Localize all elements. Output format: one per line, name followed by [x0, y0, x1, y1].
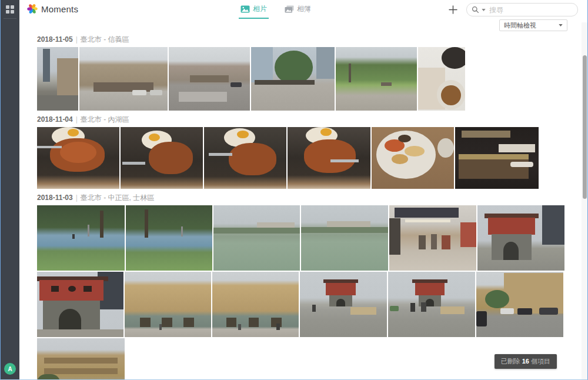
toast-count: 16: [522, 358, 529, 365]
photo-thumbnail-gate-plaza-2[interactable]: [388, 272, 475, 337]
photo-shape: [488, 218, 535, 235]
group-location: 臺北市 - 中正區, 士林區: [81, 194, 154, 202]
photo-shape: [312, 305, 316, 312]
tab-photos[interactable]: 相片: [239, 0, 269, 19]
search-icon[interactable]: [472, 6, 479, 14]
toast-prefix: 已刪除: [501, 358, 520, 365]
photo-shape: [237, 131, 249, 138]
photo-shape: [60, 142, 96, 163]
photo-shape: [503, 242, 518, 260]
photo-shape: [419, 235, 426, 249]
photo-thumbnail-sizzling-steak-1[interactable]: [37, 127, 119, 189]
photo-shape: [140, 318, 151, 328]
photo-thumbnail-riverside-2[interactable]: [301, 205, 388, 271]
photo-shape: [440, 306, 465, 314]
search-box: [466, 3, 578, 16]
photo-shape: [183, 318, 194, 328]
photo-thumbnail-old-post-office-1[interactable]: [125, 272, 211, 337]
app-header: Moments 相片相簿: [19, 0, 587, 19]
group-separator: |: [76, 115, 78, 124]
photo-thumbnail-street-cars[interactable]: [476, 272, 563, 337]
photo-row: [37, 47, 587, 111]
photo-shape: [392, 154, 408, 164]
caret-down-icon[interactable]: [482, 9, 486, 11]
photo-shape: [405, 219, 450, 222]
photo-icon: [240, 5, 250, 13]
photo-thumbnail-basketball-court-2[interactable]: [126, 205, 212, 271]
photo-shape: [389, 218, 400, 255]
photo-thumbnail-buffet-counter[interactable]: [455, 127, 539, 189]
photo-shape: [395, 208, 459, 218]
photo-shape: [44, 368, 118, 374]
photo-shape: [57, 58, 78, 95]
photo-thumbnail-sizzling-steak-3[interactable]: [204, 127, 286, 189]
photo-shape: [149, 142, 193, 174]
photo-shape: [442, 47, 465, 69]
header-actions: [447, 3, 578, 16]
photo-thumbnail-buffet-plate[interactable]: [372, 127, 454, 189]
photo-thumbnail-historic-building-partial[interactable]: [37, 338, 125, 379]
photo-shape: [43, 49, 51, 82]
photo-shape: [83, 286, 91, 292]
albums-icon: [285, 5, 294, 13]
photo-shape: [330, 159, 359, 162]
photo-thumbnail-riverside-1[interactable]: [213, 205, 300, 271]
photo-shape: [336, 299, 345, 306]
photo-shape: [229, 143, 276, 175]
photo-shape: [499, 144, 535, 152]
photo-shape: [122, 162, 145, 165]
photo-shape: [442, 235, 450, 249]
photo-shape: [381, 82, 392, 85]
photo-thumbnail-plaza-trees[interactable]: [251, 47, 335, 111]
photo-thumbnail-gate-plaza-1[interactable]: [300, 272, 387, 337]
photo-shape: [510, 162, 534, 167]
photo-shape: [238, 324, 240, 330]
photo-shape: [415, 283, 445, 295]
group-location: 臺北市 - 信義區: [81, 35, 129, 44]
photo-shape: [405, 146, 425, 157]
photo-thumbnail-old-post-office-2[interactable]: [212, 272, 299, 337]
photo-shape: [226, 318, 237, 328]
photo-shape: [316, 47, 335, 79]
photo-thumbnail-tea-and-menu[interactable]: [418, 47, 465, 111]
photo-thumbnail-museum-facade[interactable]: [79, 47, 168, 111]
photo-shape: [88, 225, 89, 236]
add-button[interactable]: [447, 4, 459, 15]
apps-grid-icon[interactable]: [5, 5, 15, 14]
photo-shape: [162, 318, 172, 328]
photo-shape: [145, 209, 148, 238]
photo-thumbnail-park-lawn[interactable]: [336, 47, 417, 111]
photo-shape: [37, 329, 123, 337]
photo-shape: [213, 228, 300, 234]
photo-shape: [459, 154, 529, 159]
photo-thumbnail-underground-mall[interactable]: [389, 205, 476, 271]
scrollbar-thumb[interactable]: [583, 55, 587, 199]
photo-shape: [181, 226, 183, 237]
view-mode-select[interactable]: 時間軸檢視: [499, 19, 567, 31]
app-logo: Moments: [27, 4, 78, 14]
group-date: 2018-11-03: [37, 194, 73, 202]
photo-shape: [410, 303, 415, 311]
deleted-toast: 已刪除16個項目: [495, 354, 557, 369]
photo-thumbnail-north-gate-street[interactable]: [477, 205, 564, 271]
photo-shape: [462, 131, 510, 138]
user-avatar[interactable]: A: [4, 363, 16, 375]
photo-thumbnail-basketball-court-1[interactable]: [37, 205, 125, 271]
photo-shape: [37, 95, 78, 111]
toast-suffix: 個項目: [531, 358, 550, 365]
photo-thumbnail-sizzling-steak-4[interactable]: [288, 127, 370, 189]
tab-albums[interactable]: 相簿: [283, 0, 313, 19]
photo-thumbnail-sizzling-steak-2[interactable]: [121, 127, 203, 189]
photo-shape: [68, 129, 79, 136]
photo-shape: [390, 306, 399, 311]
search-input[interactable]: [488, 5, 573, 15]
photo-shape: [460, 222, 476, 247]
photo-thumbnail-north-gate-closeup[interactable]: [37, 272, 123, 337]
photo-thumbnail-street-view-building[interactable]: [169, 47, 250, 111]
date-group-header: 2018-11-05|臺北市 - 信義區: [37, 35, 587, 45]
scrollbar-track[interactable]: [582, 22, 587, 379]
moments-pinwheel-icon: [27, 4, 38, 14]
photo-shape: [51, 286, 59, 292]
photo-thumbnail-taipei-101-street[interactable]: [37, 47, 78, 111]
photo-shape: [426, 299, 435, 306]
